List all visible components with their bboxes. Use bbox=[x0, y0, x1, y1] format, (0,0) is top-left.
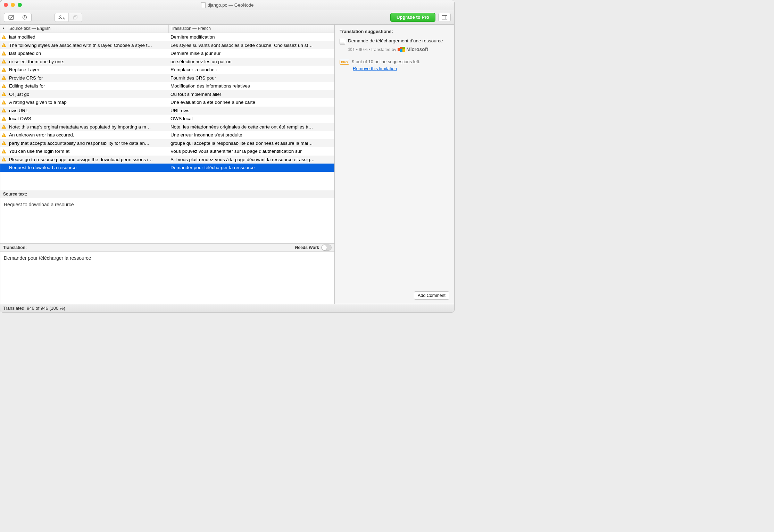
svg-rect-21 bbox=[3, 101, 4, 103]
table-row[interactable]: An unknown error has occured.Une erreur … bbox=[0, 131, 334, 139]
row-translation: Une évaluation a été donnée à une carte bbox=[169, 100, 334, 105]
suggestion-item[interactable]: Demande de téléchargement d'une ressourc… bbox=[340, 38, 449, 44]
row-status bbox=[0, 100, 7, 105]
sidebar-toggle-button[interactable] bbox=[438, 13, 451, 22]
status-text: Translated: 946 of 946 (100 %) bbox=[3, 306, 65, 311]
table-row[interactable]: Note: this map's orginal metadata was po… bbox=[0, 123, 334, 131]
table-row[interactable]: last updated onDernière mise à jour sur bbox=[0, 49, 334, 58]
svg-rect-20 bbox=[3, 95, 4, 95]
row-status bbox=[0, 92, 7, 97]
row-translation: ou sélectionnez les un par un: bbox=[169, 59, 334, 64]
row-source: Or just go bbox=[7, 92, 169, 97]
translation-input[interactable]: Demander pour télécharger la ressource bbox=[0, 252, 334, 304]
svg-rect-12 bbox=[3, 63, 4, 63]
col-source[interactable]: Source text — English bbox=[7, 25, 169, 33]
table-row[interactable]: or select them one by one:ou sélectionne… bbox=[0, 58, 334, 66]
table-row[interactable]: Request to download a resourceDemander p… bbox=[0, 164, 334, 172]
row-status bbox=[0, 149, 7, 154]
table-body[interactable]: last modifiedDernière modificationThe fo… bbox=[0, 33, 334, 190]
toggle-icon[interactable] bbox=[321, 244, 332, 251]
row-status bbox=[0, 116, 7, 121]
col-translation[interactable]: Translation — French bbox=[169, 25, 334, 33]
row-translation: Une erreur inconnue s'est produite bbox=[169, 132, 334, 138]
table-row[interactable]: party that accepts accountability and re… bbox=[0, 139, 334, 148]
row-status bbox=[0, 59, 7, 64]
row-translation: Les styles suivants sont associés à cett… bbox=[169, 43, 334, 48]
row-translation: S'il vous plait rendez-vous à la page dé… bbox=[169, 157, 334, 162]
row-translation: OWS local bbox=[169, 116, 334, 121]
row-status bbox=[0, 157, 7, 162]
svg-rect-29 bbox=[3, 134, 4, 135]
table-row[interactable]: local OWSOWS local bbox=[0, 115, 334, 123]
maximize-icon[interactable] bbox=[18, 3, 22, 7]
remove-limitation-link[interactable]: Remove this limitation bbox=[353, 66, 449, 71]
svg-rect-16 bbox=[3, 79, 4, 79]
svg-rect-15 bbox=[3, 77, 4, 78]
source-label: Source text: bbox=[0, 190, 334, 198]
table-row[interactable]: last modifiedDernière modification bbox=[0, 33, 334, 41]
svg-rect-31 bbox=[3, 142, 4, 144]
svg-rect-32 bbox=[3, 144, 4, 144]
row-status bbox=[0, 35, 7, 40]
svg-rect-27 bbox=[3, 126, 4, 127]
table-row[interactable]: Editing details forModification des info… bbox=[0, 82, 334, 90]
pretranslate-button[interactable] bbox=[68, 13, 82, 22]
row-source: Please go to resource page and assign th… bbox=[7, 157, 169, 162]
table-row[interactable]: You can use the login form atVous pouvez… bbox=[0, 147, 334, 156]
row-status bbox=[0, 141, 7, 146]
validate-button[interactable] bbox=[4, 13, 18, 22]
svg-rect-23 bbox=[3, 110, 4, 111]
translation-label: Translation: Needs Work bbox=[0, 243, 334, 252]
row-translation: Remplacer la couche : bbox=[169, 67, 334, 72]
table-row[interactable]: ows URLURL ows bbox=[0, 107, 334, 115]
suggestion-text: Demande de téléchargement d'une ressourc… bbox=[348, 38, 443, 44]
add-comment-button[interactable]: Add Comment bbox=[414, 291, 449, 300]
row-source: last updated on bbox=[7, 51, 169, 56]
row-source: A rating was given to a map bbox=[7, 100, 169, 105]
row-status bbox=[0, 67, 7, 72]
row-source: ows URL bbox=[7, 108, 169, 113]
table-row[interactable]: The following styles are associated with… bbox=[0, 41, 334, 50]
svg-rect-18 bbox=[3, 87, 4, 87]
row-translation: Modification des informations relatives bbox=[169, 83, 334, 89]
source-text: Request to download a resource bbox=[0, 198, 334, 243]
svg-rect-2 bbox=[73, 17, 76, 19]
row-translation: Demander pour télécharger la ressource bbox=[169, 165, 334, 170]
table-row[interactable]: Provide CRS forFournir des CRS pour bbox=[0, 74, 334, 82]
row-source: Editing details for bbox=[7, 83, 169, 89]
table-row[interactable]: Or just goOu tout simplement aller bbox=[0, 90, 334, 99]
svg-rect-11 bbox=[3, 61, 4, 62]
row-status bbox=[0, 51, 7, 56]
pro-text: 9 out of 10 online suggestions left. bbox=[352, 59, 421, 64]
minimize-icon[interactable] bbox=[11, 3, 15, 7]
pro-row: PRO 9 out of 10 online suggestions left. bbox=[340, 59, 449, 65]
editor-area: Source text: Request to download a resou… bbox=[0, 190, 334, 304]
col-status[interactable]: • bbox=[0, 25, 7, 33]
table-row[interactable]: Replace Layer:Remplacer la couche : bbox=[0, 66, 334, 74]
table-row[interactable]: Please go to resource page and assign th… bbox=[0, 156, 334, 164]
window-title: django.po — GeoNode bbox=[201, 2, 254, 8]
window-title-text: django.po — GeoNode bbox=[208, 2, 254, 8]
translate-button[interactable]: 文A bbox=[55, 13, 68, 22]
statistics-button[interactable] bbox=[18, 13, 32, 22]
svg-rect-28 bbox=[3, 128, 4, 128]
upgrade-button[interactable]: Upgrade to Pro bbox=[390, 13, 435, 22]
table-header: • Source text — English Translation — Fr… bbox=[0, 25, 334, 33]
row-translation: Dernière modification bbox=[169, 34, 334, 40]
svg-rect-5 bbox=[3, 36, 4, 38]
table-row[interactable]: A rating was given to a mapUne évaluatio… bbox=[0, 98, 334, 107]
provider-name: Microsoft bbox=[406, 47, 428, 52]
row-source: Note: this map's orginal metadata was po… bbox=[7, 124, 169, 130]
svg-rect-8 bbox=[3, 46, 4, 47]
svg-rect-26 bbox=[3, 119, 4, 120]
close-icon[interactable] bbox=[4, 3, 8, 7]
svg-rect-3 bbox=[442, 15, 447, 19]
suggestions-heading: Translation suggestions: bbox=[340, 29, 449, 34]
svg-rect-14 bbox=[3, 70, 4, 71]
translate-icon: 文A bbox=[58, 14, 65, 20]
svg-rect-13 bbox=[3, 69, 4, 70]
row-translation: Note: les métadonnées originales de cett… bbox=[169, 124, 334, 130]
needs-work-toggle[interactable]: Needs Work bbox=[295, 244, 332, 251]
row-status bbox=[0, 133, 7, 138]
row-source: Provide CRS for bbox=[7, 75, 169, 81]
